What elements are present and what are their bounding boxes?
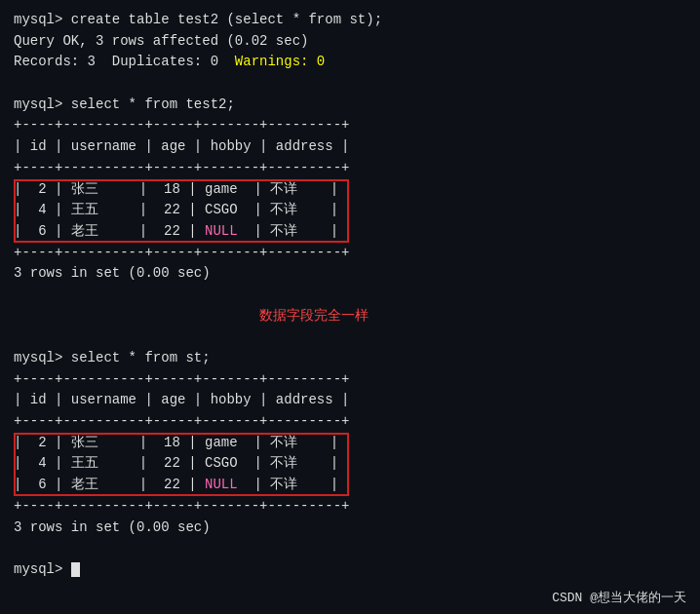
null-val-2: NULL [205,477,238,492]
table1-row3: | 6 | 老王 | 22 | NULL | 不详 | [14,221,349,243]
bottom-bar: CSDN @想当大佬的一天 [14,589,686,608]
blank-4 [14,538,686,559]
watermark: CSDN @想当大佬的一天 [552,589,686,608]
null-val-1: NULL [205,223,238,239]
result-2: 3 rows in set (0.00 sec) [14,518,686,539]
table2-header: | id | username | age | hobby | address … [14,390,349,411]
line-2: Query OK, 3 rows affected (0.02 sec) [14,31,686,53]
result-1: 3 rows in set (0.00 sec) [14,263,686,285]
table2-wrapper: +----+----------+-----+-------+---------… [14,369,349,518]
line-5: mysql> select * from st; [14,348,686,369]
table1-header: | id | username | age | hobby | address … [14,136,349,158]
blank-3 [14,326,686,348]
terminal-window: mysql> create table test2 (select * from… [14,10,686,608]
table2-row3: | 6 | 老王 | 22 | NULL | 不详 | [14,475,349,496]
table1-wrapper: +----+----------+-----+-------+---------… [14,115,349,263]
annotation-text: 数据字段完全一样 [14,306,686,327]
table1-data-rows: | 2 | 张三 | 18 | game | 不详 | | 4 | 王五 | 2… [14,179,349,243]
table1-border-mid: +----+----------+-----+-------+---------… [14,158,349,179]
table1-border-bot: +----+----------+-----+-------+---------… [14,243,349,264]
table2-row2: | 4 | 王五 | 22 | CSGO | 不详 | [14,453,349,475]
table2-border-top: +----+----------+-----+-------+---------… [14,369,349,391]
final-prompt: mysql> [14,559,686,581]
line-3: Records: 3 Duplicates: 0 Warnings: 0 [14,52,686,73]
blank-2 [14,285,686,306]
table2-border-bot: +----+----------+-----+-------+---------… [14,496,349,518]
table2-data-rows: | 2 | 张三 | 18 | game | 不详 | | 4 | 王五 | 2… [14,433,349,496]
table1-border-top: +----+----------+-----+-------+---------… [14,115,349,136]
blank-1 [14,73,686,95]
cursor-block [71,562,80,577]
line-1: mysql> create table test2 (select * from… [14,10,686,31]
table1-row1: | 2 | 张三 | 18 | game | 不详 | [14,179,349,201]
line-4: mysql> select * from test2; [14,95,686,116]
prompt-1: mysql> [14,12,71,27]
table1-row2: | 4 | 王五 | 22 | CSGO | 不详 | [14,200,349,221]
table2-border-mid: +----+----------+-----+-------+---------… [14,411,349,433]
table2-row1: | 2 | 张三 | 18 | game | 不详 | [14,433,349,454]
